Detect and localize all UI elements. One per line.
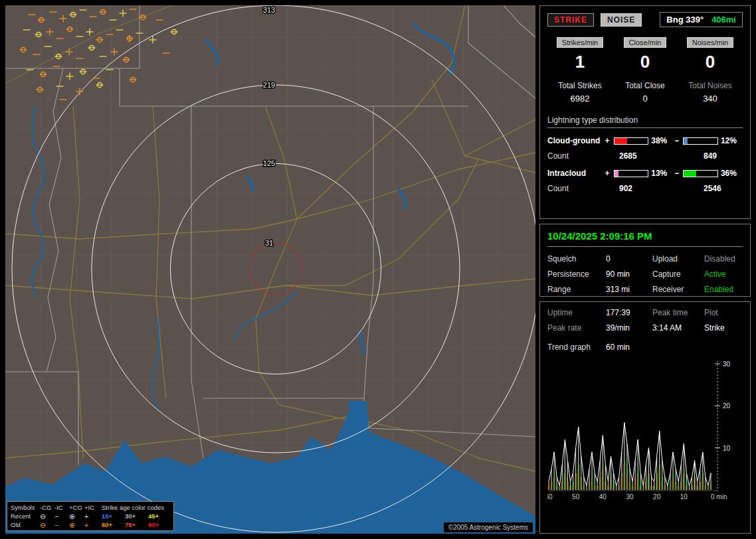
svg-text:0 min: 0 min — [711, 493, 727, 501]
svg-text:30: 30 — [723, 360, 731, 368]
peak-rate-value: 39/min — [606, 323, 652, 333]
age-30: 30+ — [125, 512, 148, 520]
total-noises-label: Total Noises — [678, 81, 743, 90]
svg-text:10: 10 — [680, 493, 688, 501]
range-label: Range — [547, 285, 606, 294]
trend-graph-window: 60 min — [606, 343, 630, 352]
age-75: 75+ — [125, 521, 148, 528]
neg-ic-old-icon: − — [54, 522, 69, 528]
pos-ic-old-icon: + — [84, 522, 102, 528]
legend-col-neg-ic: -IC — [54, 504, 69, 511]
map-legend: Symbols -CG -IC +CG +IC Strike age color… — [7, 501, 174, 531]
cg-negative-bar — [683, 137, 718, 145]
plot-label: Plot — [704, 308, 743, 317]
cg-positive-count: 2685 — [609, 151, 693, 161]
cloud-ground-label: Cloud-ground — [547, 136, 604, 145]
svg-text:20: 20 — [653, 493, 661, 501]
pos-cg-old-icon: ⊕ — [69, 522, 84, 528]
persistence-label: Persistence — [547, 270, 606, 279]
settings-box: 10/24/2025 2:09:16 PM Squelch 0 Upload D… — [539, 224, 751, 297]
cg-count-label: Count — [547, 151, 609, 161]
uptime-value: 177:39 — [606, 308, 652, 317]
minus-sign: − — [673, 136, 680, 145]
trend-box: Uptime 177:39 Peak time Plot Peak rate 3… — [539, 301, 751, 534]
legend-row-recent-label: Recent — [11, 512, 40, 520]
legend-age-header: Strike age color codes — [102, 504, 170, 511]
noise-indicator[interactable]: NOISE — [601, 13, 642, 27]
strikes-per-min-value: 1 — [547, 52, 613, 72]
map-canvas: 31321912531 — [5, 5, 535, 534]
svg-text:31: 31 — [265, 239, 273, 247]
legend-col-pos-cg: +CG — [69, 504, 84, 511]
bearing-range: 406mi — [711, 15, 736, 25]
age-60: 60+ — [102, 521, 125, 528]
svg-text:219: 219 — [263, 81, 275, 89]
upload-label: Upload — [652, 254, 704, 264]
receiver-label: Receiver — [652, 285, 704, 294]
bearing-readout: Bng 339°406mi — [660, 12, 743, 27]
svg-text:313: 313 — [263, 6, 275, 14]
noises-per-min-label: Noises/min — [687, 37, 733, 48]
close-per-min-value: 0 — [613, 52, 678, 72]
legend-col-neg-cg: -CG — [40, 504, 54, 511]
persistence-value: 90 min — [606, 270, 652, 279]
intracloud-label: Intracloud — [547, 169, 604, 178]
trend-graph: 1020306050403020100 min — [547, 357, 743, 506]
noises-per-min-value: 0 — [678, 52, 743, 72]
peak-time-label: Peak time — [652, 308, 704, 317]
age-45: 45+ — [148, 512, 170, 520]
legend-col-pos-ic: +IC — [84, 504, 102, 511]
svg-text:40: 40 — [599, 493, 607, 501]
trend-graph-canvas: 1020306050403020100 min — [547, 357, 743, 504]
total-noises-value: 340 — [678, 94, 743, 104]
total-strikes-value: 6982 — [547, 94, 613, 104]
cg-positive-bar — [614, 137, 649, 145]
stats-box: STRIKE NOISE Bng 339°406mi Strikes/min C… — [539, 5, 751, 219]
total-close-label: Total Close — [613, 81, 678, 90]
ic-negative-bar — [683, 170, 718, 177]
ic-negative-pct: 36% — [721, 169, 743, 178]
svg-text:60: 60 — [547, 493, 553, 501]
datetime-display: 10/24/2025 2:09:16 PM — [547, 230, 743, 247]
peak-time-value: 3:14 AM — [652, 323, 704, 333]
legend-symbols-header: Symbols — [11, 504, 40, 511]
strike-indicator[interactable]: STRIKE — [547, 13, 594, 27]
squelch-value: 0 — [606, 254, 652, 264]
minus-sign: − — [673, 169, 680, 178]
ic-positive-bar — [614, 170, 649, 177]
cg-negative-count: 849 — [693, 151, 717, 161]
capture-status: Active — [704, 270, 743, 279]
pos-ic-recent-icon: + — [84, 513, 102, 520]
close-per-min-label: Close/min — [624, 37, 667, 48]
cg-positive-pct: 38% — [651, 136, 673, 145]
upload-status: Disabled — [704, 254, 743, 264]
ic-negative-count: 2546 — [693, 184, 721, 193]
peak-rate-label: Peak rate — [547, 323, 606, 333]
side-panel: STRIKE NOISE Bng 339°406mi Strikes/min C… — [539, 5, 751, 538]
plus-sign: + — [604, 136, 611, 145]
svg-text:10: 10 — [723, 445, 731, 452]
legend-row-old-label: Old — [11, 521, 40, 528]
neg-cg-old-icon: ⊖ — [40, 522, 54, 528]
neg-cg-recent-icon: ⊖ — [40, 513, 54, 520]
lightning-map: 31321912531 Symbols -CG -IC +CG +IC Stri… — [5, 5, 535, 534]
svg-text:50: 50 — [572, 493, 580, 501]
distribution-title: Lightning type distribution — [547, 116, 743, 128]
trend-graph-label: Trend graph — [547, 343, 606, 352]
age-90: 90+ — [148, 521, 170, 528]
plot-value: Strike — [704, 323, 743, 333]
age-15: 15+ — [102, 512, 125, 520]
svg-text:30: 30 — [626, 493, 634, 501]
pos-cg-recent-icon: ⊕ — [69, 513, 84, 520]
range-value: 313 mi — [606, 285, 652, 294]
cg-negative-pct: 12% — [721, 136, 743, 145]
receiver-status: Enabled — [704, 285, 743, 294]
strikes-per-min-label: Strikes/min — [557, 37, 603, 48]
uptime-label: Uptime — [547, 308, 606, 317]
squelch-label: Squelch — [547, 254, 606, 264]
total-strikes-label: Total Strikes — [547, 81, 613, 90]
ic-positive-pct: 13% — [651, 169, 673, 178]
svg-text:125: 125 — [263, 159, 275, 167]
total-close-value: 0 — [613, 94, 678, 104]
plus-sign: + — [604, 169, 611, 178]
